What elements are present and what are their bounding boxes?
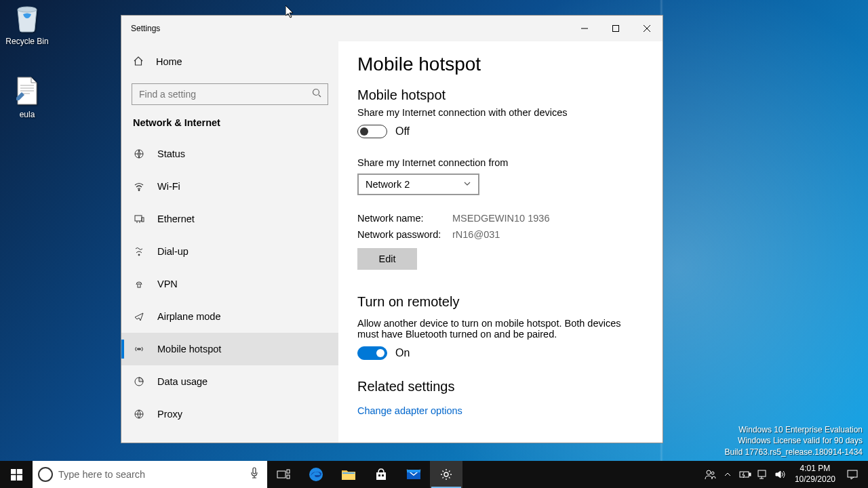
hotspot-icon bbox=[133, 344, 145, 354]
svg-point-36 bbox=[444, 472, 448, 476]
tray-network[interactable] bbox=[754, 461, 772, 488]
change-adapter-link[interactable]: Change adapter options bbox=[357, 405, 462, 416]
mail-icon bbox=[406, 469, 421, 480]
windows-logo-icon bbox=[11, 469, 22, 481]
watermark-line: Windows License valid for 90 days bbox=[725, 435, 863, 447]
section-desc: Share my Internet connection with other … bbox=[357, 107, 644, 118]
svg-rect-25 bbox=[17, 475, 22, 481]
nav-label: Wi-Fi bbox=[157, 181, 180, 192]
tray-battery[interactable] bbox=[736, 461, 754, 488]
svg-rect-24 bbox=[11, 475, 16, 481]
desktop-icon-recycle-bin[interactable]: Recycle Bin bbox=[1, 1, 53, 46]
svg-rect-28 bbox=[287, 470, 290, 473]
watermark-line: Build 17763.rs5_release.180914-1434 bbox=[725, 447, 863, 458]
task-view-button[interactable] bbox=[267, 461, 300, 488]
section-desc-remote: Allow another device to turn on mobile h… bbox=[357, 318, 642, 340]
data-usage-icon bbox=[133, 376, 145, 387]
svg-point-12 bbox=[138, 190, 140, 191]
nav-label: Airplane mode bbox=[157, 311, 221, 322]
clock-date: 10/29/2020 bbox=[795, 474, 835, 485]
nav-item-proxy[interactable]: Proxy bbox=[121, 398, 338, 430]
network-name-label: Network name: bbox=[357, 213, 452, 224]
nav-item-data-usage[interactable]: Data usage bbox=[121, 365, 338, 398]
status-icon bbox=[133, 148, 145, 159]
maximize-button[interactable] bbox=[600, 16, 631, 41]
taskbar: Type here to search 4:01 PM 10/29/2020 bbox=[0, 461, 868, 488]
wifi-icon bbox=[133, 181, 145, 192]
nav-item-airplane[interactable]: Airplane mode bbox=[121, 300, 338, 333]
search-box[interactable] bbox=[132, 83, 328, 105]
svg-rect-18 bbox=[138, 284, 140, 287]
remote-toggle[interactable] bbox=[357, 346, 387, 360]
svg-rect-41 bbox=[758, 470, 766, 476]
taskbar-search[interactable]: Type here to search bbox=[33, 461, 267, 488]
mouse-cursor bbox=[285, 5, 295, 19]
search-placeholder: Type here to search bbox=[58, 469, 244, 480]
share-from-label: Share my Internet connection from bbox=[357, 157, 644, 168]
sidebar: Home Network & Internet Status Wi-Fi bbox=[121, 41, 338, 443]
svg-rect-13 bbox=[135, 216, 142, 221]
nav-label: Ethernet bbox=[157, 214, 195, 224]
titlebar[interactable]: Settings bbox=[121, 16, 663, 41]
chevron-down-icon bbox=[463, 179, 471, 190]
svg-point-9 bbox=[313, 89, 319, 96]
nav-item-status[interactable]: Status bbox=[121, 138, 338, 170]
watermark-line: Windows 10 Enterprise Evaluation bbox=[725, 424, 863, 436]
network-password-value: rN16@031 bbox=[452, 229, 500, 240]
text-file-icon bbox=[11, 75, 43, 107]
share-from-select[interactable]: Network 2 bbox=[357, 174, 479, 195]
svg-point-0 bbox=[18, 7, 37, 12]
taskbar-clock[interactable]: 4:01 PM 10/29/2020 bbox=[789, 464, 841, 485]
clock-time: 4:01 PM bbox=[795, 464, 835, 474]
section-title-remote: Turn on remotely bbox=[357, 294, 644, 310]
svg-point-38 bbox=[711, 472, 714, 474]
section-title-hotspot: Mobile hotspot bbox=[357, 87, 644, 103]
home-button[interactable]: Home bbox=[121, 47, 338, 77]
edit-button[interactable]: Edit bbox=[357, 248, 417, 270]
nav-item-ethernet[interactable]: Ethernet bbox=[121, 203, 338, 235]
tray-volume[interactable] bbox=[772, 461, 789, 488]
settings-window: Settings Home Network & Inter bbox=[121, 15, 663, 443]
svg-rect-35 bbox=[407, 470, 420, 472]
nav-label: VPN bbox=[157, 279, 178, 289]
taskbar-mail[interactable] bbox=[397, 461, 430, 488]
tray-chevron-up[interactable] bbox=[719, 461, 736, 488]
toggle-state: Off bbox=[395, 125, 410, 138]
desktop-icon-label: eula bbox=[1, 110, 53, 119]
recycle-bin-icon bbox=[11, 1, 43, 34]
cortana-icon bbox=[38, 467, 53, 482]
nav-item-mobile-hotspot[interactable]: Mobile hotspot bbox=[121, 333, 338, 365]
start-button[interactable] bbox=[0, 461, 33, 488]
svg-rect-23 bbox=[17, 469, 22, 474]
dialup-icon bbox=[133, 246, 145, 257]
taskbar-edge[interactable] bbox=[300, 461, 332, 488]
svg-point-17 bbox=[138, 254, 140, 256]
svg-rect-32 bbox=[378, 474, 380, 476]
home-icon bbox=[133, 56, 144, 68]
nav-item-vpn[interactable]: VPN bbox=[121, 268, 338, 300]
home-label: Home bbox=[156, 56, 182, 67]
search-input[interactable] bbox=[132, 83, 328, 105]
desktop-icon-label: Recycle Bin bbox=[1, 37, 53, 46]
action-center[interactable] bbox=[841, 461, 864, 488]
nav-label: Mobile hotspot bbox=[157, 344, 221, 354]
airplane-icon bbox=[133, 311, 145, 322]
tray-people[interactable] bbox=[701, 461, 719, 488]
nav-item-dialup[interactable]: Dial-up bbox=[121, 235, 338, 268]
taskbar-store[interactable] bbox=[365, 461, 397, 488]
svg-point-37 bbox=[707, 470, 711, 474]
svg-rect-14 bbox=[142, 218, 144, 222]
search-icon bbox=[312, 88, 321, 100]
network-name-value: MSEDGEWIN10 1936 bbox=[452, 213, 549, 224]
taskbar-explorer[interactable] bbox=[332, 461, 365, 488]
close-button[interactable] bbox=[631, 16, 663, 41]
network-password-label: Network password: bbox=[357, 229, 452, 240]
desktop-icon-eula[interactable]: eula bbox=[1, 75, 53, 119]
nav-item-wifi[interactable]: Wi-Fi bbox=[121, 170, 338, 203]
minimize-button[interactable] bbox=[569, 16, 600, 41]
hotspot-toggle[interactable] bbox=[357, 125, 387, 138]
taskbar-settings[interactable] bbox=[430, 461, 462, 488]
nav-label: Proxy bbox=[157, 409, 182, 420]
category-title: Network & Internet bbox=[121, 117, 338, 138]
nav-label: Data usage bbox=[157, 376, 208, 387]
